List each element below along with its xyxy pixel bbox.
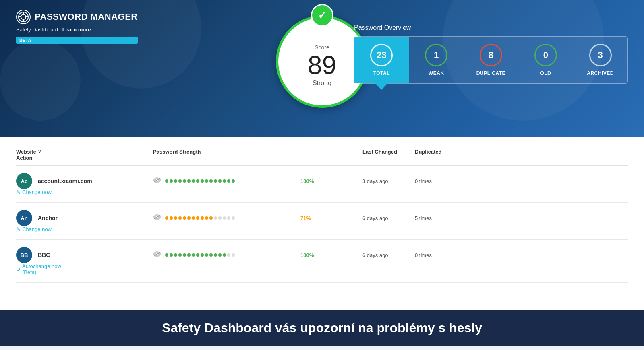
overview-title: Password Overview <box>354 24 628 31</box>
col-last-changed: Last Changed <box>362 149 415 155</box>
pct-xiaomi: 100% <box>300 178 362 184</box>
duplicate-label: Duplicate <box>476 70 505 76</box>
dots-bar-anchor <box>165 216 235 220</box>
score-number: 89 <box>308 52 336 78</box>
overview-card-weak[interactable]: 1 Weak <box>409 37 464 83</box>
table-row: BB BBC 100% 6 days ago 0 times ↺ Autocha… <box>16 240 628 283</box>
total-label: Total <box>373 70 390 76</box>
site-cell-anchor: An Anchor <box>16 210 153 226</box>
archived-label: Archived <box>587 70 614 76</box>
col-action: Action <box>16 155 153 161</box>
eye-icon-bbc <box>153 251 161 259</box>
change-now-link-anchor[interactable]: ✎ Change now <box>16 226 153 232</box>
score-checkmark: ✓ <box>311 4 333 27</box>
overview-card-total[interactable]: 23 Total <box>354 37 409 83</box>
strength-cell-bbc <box>153 251 298 259</box>
dots-bar-bbc <box>165 253 235 257</box>
bottom-banner: Safety Dashboard vás upozorní na problém… <box>0 310 644 346</box>
pct-anchor: 71% <box>300 215 362 221</box>
action-cell-anchor: ✎ Change now <box>16 226 153 232</box>
last-changed-bbc: 6 days ago <box>362 252 415 258</box>
header: PASSWORD MANAGER Safety Dashboard | Lear… <box>0 0 644 137</box>
autochange-icon-bbc: ↺ <box>16 266 21 272</box>
subtitle-text: Safety Dashboard | <box>16 27 62 33</box>
brand-row: PASSWORD MANAGER <box>16 10 138 24</box>
table-row: Ac account.xiaomi.com 100% 3 days ago 0 … <box>16 166 628 203</box>
overview-cards: 23 Total 1 Weak 8 Duplicate 0 Old 3 Arch… <box>354 36 628 84</box>
site-name-bbc: BBC <box>38 252 50 258</box>
avatar-anchor: An <box>16 210 32 226</box>
site-cell-xiaomi: Ac account.xiaomi.com <box>16 173 153 189</box>
weak-label: Weak <box>429 70 444 76</box>
site-cell-bbc: BB BBC <box>16 247 153 263</box>
score-strength: Strong <box>313 80 331 87</box>
brand-title: PASSWORD MANAGER <box>35 12 138 22</box>
autochange-link-bbc[interactable]: ↺ Autochange now(Beta) <box>16 263 153 275</box>
eye-icon-xiaomi <box>153 177 161 185</box>
last-changed-anchor: 6 days ago <box>362 215 415 221</box>
beta-badge: BETA <box>16 37 138 44</box>
overview-card-duplicate[interactable]: 8 Duplicate <box>464 37 519 83</box>
pct-bbc: 100% <box>300 252 362 258</box>
learn-more-link[interactable]: Learn more <box>62 27 91 33</box>
eye-icon-anchor <box>153 214 161 222</box>
weak-circle: 1 <box>425 44 447 66</box>
strength-cell-anchor <box>153 214 298 222</box>
col-duplicated: Duplicated <box>415 149 475 155</box>
score-label: Score <box>315 44 329 51</box>
duplicated-xiaomi: 0 times <box>415 178 475 184</box>
banner-text: Safety Dashboard vás upozorní na problém… <box>162 321 482 336</box>
total-circle: 23 <box>370 44 393 66</box>
overview-section: Password Overview 23 Total 1 Weak 8 Dupl… <box>354 24 628 84</box>
edit-icon-anchor: ✎ <box>16 226 21 232</box>
old-label: Old <box>540 70 551 76</box>
site-name-xiaomi: account.xiaomi.com <box>38 178 92 184</box>
overview-card-archived[interactable]: 3 Archived <box>573 37 627 83</box>
overview-card-old[interactable]: 0 Old <box>518 37 573 83</box>
dots-bar-xiaomi <box>165 179 235 183</box>
duplicated-anchor: 5 times <box>415 215 475 221</box>
table-header: Website ∨ Password Strength Last Changed… <box>16 145 628 166</box>
action-cell-xiaomi: ✎ Change now <box>16 189 153 195</box>
last-changed-xiaomi: 3 days ago <box>362 178 415 184</box>
header-left: PASSWORD MANAGER Safety Dashboard | Lear… <box>16 10 138 44</box>
action-cell-bbc: ↺ Autochange now(Beta) <box>16 263 153 275</box>
brand-subtitle: Safety Dashboard | Learn more <box>16 27 138 33</box>
col-website[interactable]: Website ∨ <box>16 149 153 155</box>
duplicated-bbc: 0 times <box>415 252 475 258</box>
col-pct <box>298 149 362 155</box>
table-row: An Anchor 71% 6 days ago 5 times ✎ Chang… <box>16 203 628 240</box>
svg-point-1 <box>21 14 26 19</box>
avatar-bbc: BB <box>16 247 32 263</box>
strength-cell-xiaomi <box>153 177 298 185</box>
main-content: Website ∨ Password Strength Last Changed… <box>0 137 644 310</box>
edit-icon-xiaomi: ✎ <box>16 189 21 195</box>
avatar-xiaomi: Ac <box>16 173 32 189</box>
col-password-strength: Password Strength <box>153 149 298 155</box>
brand-icon <box>16 10 31 24</box>
archived-circle: 3 <box>589 44 612 66</box>
old-circle: 0 <box>534 44 557 66</box>
duplicate-circle: 8 <box>480 44 502 66</box>
change-now-link-xiaomi[interactable]: ✎ Change now <box>16 189 153 195</box>
site-name-anchor: Anchor <box>38 215 58 221</box>
